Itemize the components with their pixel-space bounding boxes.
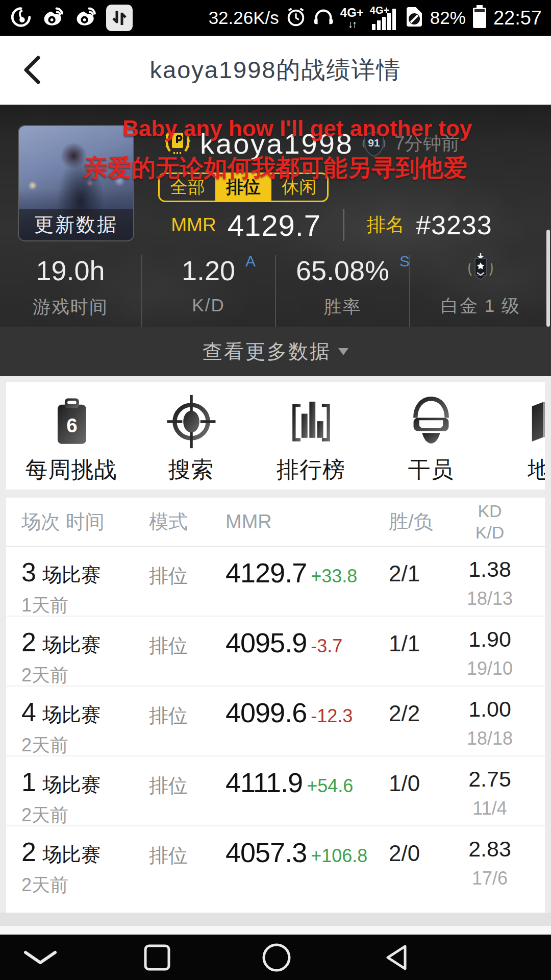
rank-label: 排名 (367, 212, 405, 238)
match-mmr: 4111.9 (226, 767, 303, 798)
match-kd-detail: 18/18 (450, 728, 530, 749)
match-mode: 排位 (149, 697, 226, 758)
match-kd-detail: 18/13 (450, 588, 530, 609)
match-kd-detail: 19/10 (450, 658, 530, 679)
mmr-delta: -3.7 (311, 635, 342, 657)
show-more-button[interactable]: 查看更多数据 (0, 327, 551, 376)
weibo-icon (73, 5, 98, 31)
network-speed: 32.26K/s (209, 8, 279, 28)
stat-winrate: 65.08%S 胜率 (275, 255, 409, 327)
rank-value: #3233 (416, 210, 492, 240)
quick-nav-operators[interactable]: 干员 (371, 382, 491, 489)
table-row[interactable]: 2场比赛2天前 排位 4057.3+106.8 2/0 2.8317/6 (6, 826, 545, 896)
match-kd-detail: 11/4 (450, 798, 530, 819)
rank-tier-label: 白金 1 级 (441, 294, 520, 318)
sync-app-icon (106, 5, 133, 31)
quick-nav-search[interactable]: 搜索 (131, 382, 251, 489)
danmaku-line-1: Baby any how I'll get another toy (122, 116, 434, 141)
header-winloss: 胜/负 (389, 509, 450, 535)
match-mmr: 4099.6 (226, 697, 307, 728)
netease-music-icon (9, 5, 33, 31)
screen: 32.26K/s 4G+ ↓↑ 4G+ 82% 22:57 (0, 0, 551, 980)
chevron-down-icon (338, 348, 348, 355)
headphones-icon (313, 6, 334, 30)
scrollbar[interactable] (546, 230, 550, 327)
table-row[interactable]: 4场比赛2天前 排位 4099.6-12.3 2/2 1.0018/18 (6, 687, 545, 756)
mmr-value: 4129.7 (228, 208, 321, 242)
nav-recents-icon[interactable] (132, 935, 183, 980)
match-count: 2 (21, 627, 36, 657)
crosshair-icon (165, 394, 218, 450)
stat-kd: 1.20A K/D (141, 255, 275, 327)
match-kd: 1.00 (450, 697, 530, 722)
match-count: 4 (21, 697, 36, 727)
match-count: 2 (21, 837, 36, 867)
mmr-label: MMR (171, 214, 216, 236)
match-winloss: 2/1 (389, 557, 450, 618)
quick-nav-maps[interactable]: 地图 (491, 382, 545, 489)
table-row[interactable]: 3场比赛1天前 排位 4129.7+33.8 2/1 1.3818/13 (6, 547, 545, 617)
nav-hide-icon[interactable] (17, 935, 63, 980)
nav-home-icon[interactable] (251, 935, 302, 980)
match-ago: 2天前 (21, 873, 149, 898)
danmaku-line-2: 亲爱的无论如何我都可能另寻到他爱 (0, 152, 551, 184)
table-header: 场次 时间 模式 MMR 胜/负 KDK/D (6, 498, 545, 547)
refresh-data-label: 更新数据 (34, 212, 118, 238)
mmr-delta: -12.3 (311, 705, 353, 727)
match-winloss: 2/0 (389, 837, 450, 898)
svg-text:6: 6 (66, 414, 77, 436)
match-count: 1 (21, 767, 36, 797)
match-ago: 2天前 (21, 663, 149, 688)
match-ago: 1天前 (21, 593, 149, 618)
divider (0, 913, 551, 926)
match-kd: 2.75 (450, 767, 530, 792)
match-kd: 1.38 (450, 557, 530, 582)
header-mode: 模式 (149, 509, 226, 535)
operator-icon (405, 394, 458, 450)
quick-nav-label: 每周挑战 (26, 455, 117, 485)
alarm-icon (285, 6, 307, 30)
android-nav-bar (0, 935, 551, 980)
quick-nav-label: 干员 (408, 455, 454, 485)
match-mmr: 4057.3 (226, 837, 307, 868)
winrate-value: 65.08%S (296, 255, 389, 286)
mmr-delta: +106.8 (311, 845, 367, 867)
status-bar: 32.26K/s 4G+ ↓↑ 4G+ 82% 22:57 (0, 0, 551, 36)
quick-nav-label: 地图 (528, 455, 545, 485)
table-row[interactable]: 2场比赛2天前 排位 4095.9-3.7 1/1 1.9019/10 (6, 617, 545, 687)
match-ago: 2天前 (21, 803, 149, 828)
kd-grade: A (245, 246, 256, 277)
match-winloss: 1/1 (389, 627, 450, 688)
bar-chart-icon (286, 394, 337, 450)
nav-back-icon[interactable] (370, 935, 421, 980)
map-icon (525, 394, 545, 450)
quick-nav-label: 排行榜 (277, 455, 345, 485)
match-mode: 排位 (149, 627, 226, 688)
match-kd: 2.83 (450, 837, 530, 862)
match-kd-detail: 17/6 (450, 868, 530, 889)
battery-percent: 82% (430, 8, 466, 28)
quick-nav: 6 每周挑战 搜索 排行榜 干员 地图 (6, 382, 545, 489)
divider (343, 209, 344, 241)
quick-nav-leaderboard[interactable]: 排行榜 (251, 382, 371, 489)
header-kd: KDK/D (450, 500, 530, 544)
weibo-icon (41, 5, 65, 31)
weekly-challenge-clipboard-icon: 6 (47, 394, 96, 450)
match-history-table: 场次 时间 模式 MMR 胜/负 KDK/D 3场比赛1天前 排位 4129.7… (6, 498, 545, 913)
back-button[interactable] (14, 52, 50, 88)
match-ago: 2天前 (21, 733, 149, 758)
winrate-grade: S (399, 246, 410, 277)
clock-time: 22:57 (493, 7, 542, 29)
signal-bars-icon: 4G+ (370, 5, 398, 31)
match-winloss: 1/0 (389, 767, 450, 828)
match-mode: 排位 (149, 557, 226, 618)
table-row[interactable]: 1场比赛2天前 排位 4111.9+54.6 1/0 2.7511/4 (6, 756, 545, 826)
refresh-data-button[interactable]: 更新数据 (19, 209, 133, 240)
page-title: kaoya1998的战绩详情 (150, 54, 402, 86)
header-mmr: MMR (226, 511, 389, 533)
quick-nav-label: 搜索 (168, 455, 214, 485)
match-mode: 排位 (149, 837, 226, 898)
quick-nav-weekly-challenge[interactable]: 6 每周挑战 (11, 382, 131, 489)
battery-icon (472, 5, 487, 31)
mobile-data-icon: 4G+ ↓↑ (340, 7, 364, 29)
